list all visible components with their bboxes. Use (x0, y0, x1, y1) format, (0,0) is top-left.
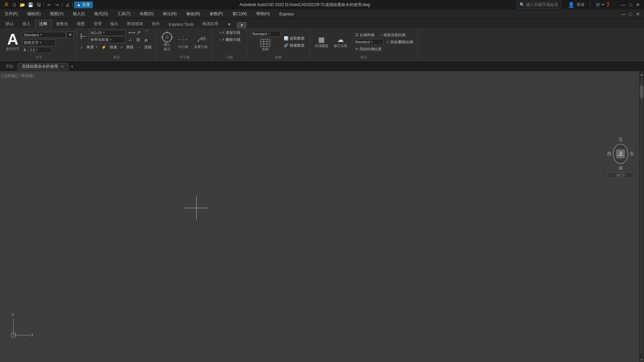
tab-default[interactable]: 默认 (1, 19, 18, 28)
menu-edit[interactable]: 编辑(E) (25, 10, 43, 18)
text-style-dropdown[interactable]: Standard ▼ (22, 32, 66, 38)
tab-close-icon[interactable]: ✕ (61, 64, 64, 69)
dropdown-arrow-5: ▼ (109, 38, 112, 41)
angle-btn[interactable]: 角度 ▼ (85, 44, 100, 50)
tab-add-btn[interactable]: + (68, 63, 76, 70)
diameter-dim-btn[interactable]: ⌀ (144, 37, 152, 43)
extract-data-btn[interactable]: 📊 提取数据 (282, 35, 307, 42)
menu-param[interactable]: 参数(P) (208, 10, 225, 18)
undo-btn[interactable]: ↩ (45, 1, 53, 8)
redo-btn[interactable]: ↪ (53, 1, 61, 8)
pen-icon[interactable]: ✏ (601, 2, 605, 7)
viewport[interactable]: [-]|俯视|[二维线框] X Y (0, 71, 644, 362)
menu-window[interactable]: 窗口(W) (230, 10, 249, 18)
maximize-btn[interactable]: □ (627, 1, 634, 8)
sync-scale-btn[interactable]: ⟳ 同步比例位置 (353, 46, 415, 52)
continue-btn[interactable]: 连续 (142, 44, 154, 50)
leader-group-content: +↗ 添加引线 −↗ 删除引线 (217, 29, 243, 54)
text-settings-btn[interactable]: ⚙ (66, 31, 74, 39)
markup-style-dropdown[interactable]: Standard ▼ (353, 39, 383, 45)
font-size-dropdown[interactable]: 2.5 ▼ (28, 47, 52, 53)
tab-featured[interactable]: 精选应用 (198, 19, 223, 28)
angular-dim-btn[interactable]: ⌒ (144, 29, 152, 36)
multileader-btn[interactable]: 多重引线 (192, 33, 210, 51)
tab-manage[interactable]: 管理 (89, 19, 106, 28)
cart-icon[interactable]: 🛒 (596, 2, 601, 7)
sync-icon: ⟳ (355, 47, 358, 51)
centerline-btn[interactable]: 中心线 (176, 33, 190, 51)
workspace-dropdown[interactable]: ▼ (237, 22, 247, 28)
ribbon-close[interactable]: ✕ (635, 11, 641, 17)
tab-start[interactable]: 开始 (1, 63, 17, 70)
dim-style-dropdown[interactable]: ISO-25 ▼ (89, 30, 125, 36)
ribbon-min[interactable]: — (620, 11, 627, 17)
scroll-up-btn[interactable]: ▲ (639, 71, 644, 78)
tab-more[interactable]: ▼ (223, 20, 235, 28)
tab-annotate[interactable]: 注释 (35, 19, 52, 28)
markup-style-label: Standard (355, 40, 370, 44)
menu-file[interactable]: 文件(F) (3, 10, 20, 18)
ribbon-max[interactable]: □ (627, 11, 634, 17)
dim-current-dropdown[interactable]: 使用当前项 ▼ (89, 36, 125, 43)
search-box[interactable]: 🔍 键入关键字或短语 (517, 1, 561, 9)
compass-circle: 上 (613, 144, 628, 164)
tab-addons[interactable]: 附加模块 (123, 19, 148, 28)
scale-list-btn[interactable]: ☰ 比例列表 (353, 32, 377, 38)
baseline-btn[interactable]: 基线 (124, 44, 136, 50)
aligned-dim-btn[interactable]: ↗ (136, 29, 144, 36)
menu-modify[interactable]: 修改(M) (184, 10, 202, 18)
link-data-btn[interactable]: 🔗 链接数据 (282, 42, 307, 49)
table-style-dropdown[interactable]: Standard ▼ (250, 31, 280, 37)
mark-h2 (171, 37, 173, 38)
dim-bottom-row: ∠ 角度 ▼ ⚡ 快速 ≡ 基线 → 连续 (80, 44, 154, 50)
group-table: Standard ▼ 表格 (248, 29, 310, 60)
scroll-thumb[interactable] (640, 85, 643, 99)
table-group-content: Standard ▼ 表格 (250, 29, 307, 54)
linear-dim-btn[interactable]: ⟷ (128, 29, 136, 36)
close-btn[interactable]: ✕ (635, 1, 641, 8)
menu-annotate[interactable]: 标注(N) (161, 10, 179, 18)
multiline-text-btn[interactable]: A 多行文字 (4, 32, 21, 52)
add-scale-btn[interactable]: + 添加当前比例 (378, 32, 408, 38)
save-as-btn[interactable]: 🖫 (35, 1, 42, 8)
tab-view[interactable]: 视图 (72, 19, 89, 28)
table-btn[interactable]: 表格 (258, 38, 272, 53)
menu-tools[interactable]: 工具(T) (115, 10, 132, 18)
menu-view[interactable]: 视图(V) (48, 10, 65, 18)
scroll-down-btn[interactable]: ▼ (639, 356, 644, 362)
print-btn[interactable]: 🖨 (64, 1, 71, 8)
minimize-btn[interactable]: — (620, 1, 627, 8)
menu-help[interactable]: 帮助(H) (254, 10, 272, 18)
zone-cover-btn[interactable]: ▦ 区域覆盖 (313, 34, 330, 50)
circle-mark-btn[interactable]: 圆心标记 (160, 31, 174, 53)
viewport-scrollbar[interactable]: ▲ ▼ (639, 71, 644, 362)
tab-output[interactable]: 输出 (106, 19, 123, 28)
menu-express[interactable]: Express (277, 10, 296, 18)
share-button[interactable]: ▲ 共享 (74, 1, 93, 8)
dropdown-arrow-3: ▼ (36, 48, 38, 51)
tab-parametric[interactable]: 参数化 (52, 19, 72, 28)
menu-format[interactable]: 格式(O) (92, 10, 110, 18)
autocad-logo[interactable]: A (3, 1, 10, 8)
arc-dim-btn[interactable]: ⌢ (128, 37, 136, 43)
remove-leader-btn[interactable]: −↗ 删除引线 (217, 37, 243, 43)
revcloud-btn[interactable]: ☁ 修订云线 (332, 34, 349, 50)
tab-insert[interactable]: 插入 (18, 19, 35, 28)
login-btn[interactable]: 登录 (577, 2, 585, 8)
add-leader-btn[interactable]: +↗ 添加引线 (217, 29, 243, 36)
new-file-btn[interactable]: 🗋 (11, 1, 18, 8)
tab-drawing[interactable]: 直线绘图命令的使用 ✕ (17, 63, 68, 70)
tab-collab[interactable]: 协作 (148, 19, 164, 28)
remove-scale-btn[interactable]: ± 添加/删除比例 (385, 39, 415, 45)
help-icon[interactable]: ❓ (605, 2, 610, 7)
save-btn[interactable]: 💾 (27, 1, 34, 8)
tab-express[interactable]: Express Tools (164, 20, 198, 28)
open-btn[interactable]: 📂 (19, 1, 26, 8)
dropdown-arrow-2: ▼ (39, 41, 42, 44)
radius-dim-btn[interactable]: R (136, 37, 144, 43)
quick-btn[interactable]: 快速 (108, 44, 119, 50)
font-style-dropdown[interactable]: 宣纸文字 ▼ (22, 39, 56, 46)
menu-insert[interactable]: 插入(I) (71, 10, 87, 18)
menu-draw[interactable]: 绘图(D) (138, 10, 156, 18)
centerline-label: 中心线 (178, 45, 188, 49)
